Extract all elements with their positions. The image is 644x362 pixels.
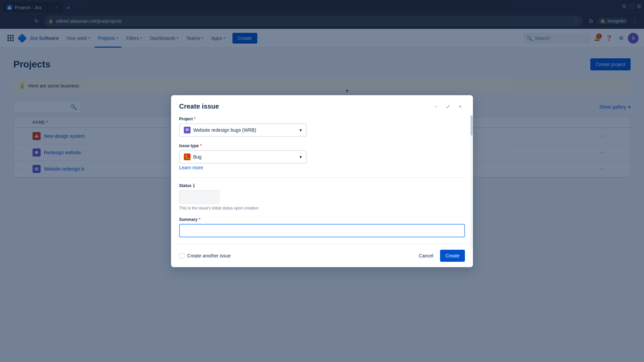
status-value-display bbox=[179, 190, 219, 204]
issue-type-select[interactable]: 🐛 Bug ▾ bbox=[179, 150, 307, 164]
cancel-button[interactable]: Cancel bbox=[415, 250, 437, 262]
form-divider bbox=[179, 177, 465, 178]
project-label: Project * bbox=[179, 117, 465, 121]
issue-type-label: Issue type * bbox=[179, 143, 465, 148]
summary-input[interactable] bbox=[179, 224, 465, 237]
modal-minimize-button[interactable]: − bbox=[431, 102, 441, 111]
footer-right: Cancel Create bbox=[415, 250, 465, 262]
modal-scrollbar bbox=[470, 115, 473, 249]
status-hint-text: This is the issue's initial status upon … bbox=[179, 206, 465, 210]
issue-type-required-star: * bbox=[200, 143, 202, 148]
project-select[interactable]: W Website redesign bugs (WRB) ▾ bbox=[179, 123, 307, 137]
modal-controls: − ⤢ × bbox=[431, 102, 465, 111]
create-another-label: Create another issue bbox=[187, 253, 231, 258]
modal-close-button[interactable]: × bbox=[455, 102, 465, 111]
summary-field-section: Summary * bbox=[179, 217, 465, 237]
modal-footer: Create another issue Cancel Create bbox=[171, 244, 473, 267]
summary-required-star: * bbox=[199, 217, 201, 222]
issue-type-select-value: 🐛 Bug bbox=[184, 154, 202, 160]
summary-label: Summary * bbox=[179, 217, 465, 222]
modal-header: Create issue − ⤢ × bbox=[171, 95, 473, 117]
modal-expand-button[interactable]: ⤢ bbox=[443, 102, 453, 111]
project-required-star: * bbox=[194, 117, 196, 121]
project-avatar-icon: W bbox=[184, 127, 191, 133]
status-info-icon: ℹ bbox=[193, 183, 195, 188]
learn-more-link[interactable]: Learn more bbox=[179, 165, 203, 170]
footer-left: Create another issue bbox=[179, 253, 231, 258]
status-field-section: Status ℹ This is the issue's initial sta… bbox=[179, 183, 465, 210]
project-select-chevron-icon: ▾ bbox=[300, 127, 302, 133]
create-submit-button[interactable]: Create bbox=[440, 250, 465, 262]
modal-title: Create issue bbox=[179, 103, 219, 110]
modal-overlay: Create issue − ⤢ × Project * W Website r… bbox=[0, 0, 644, 362]
create-another-checkbox-wrapper[interactable]: Create another issue bbox=[179, 253, 231, 258]
project-field-section: Project * W Website redesign bugs (WRB) … bbox=[179, 117, 465, 137]
issue-type-chevron-icon: ▾ bbox=[300, 154, 302, 160]
modal-scrollbar-thumb bbox=[471, 115, 473, 135]
status-label: Status ℹ bbox=[179, 183, 465, 188]
create-issue-modal: Create issue − ⤢ × Project * W Website r… bbox=[171, 95, 473, 267]
bug-type-icon: 🐛 bbox=[184, 154, 191, 160]
create-another-checkbox[interactable] bbox=[179, 253, 184, 258]
modal-body: Project * W Website redesign bugs (WRB) … bbox=[171, 117, 473, 244]
project-select-value: W Website redesign bugs (WRB) bbox=[184, 127, 256, 133]
issue-type-field-section: Issue type * 🐛 Bug ▾ Learn more bbox=[179, 143, 465, 171]
